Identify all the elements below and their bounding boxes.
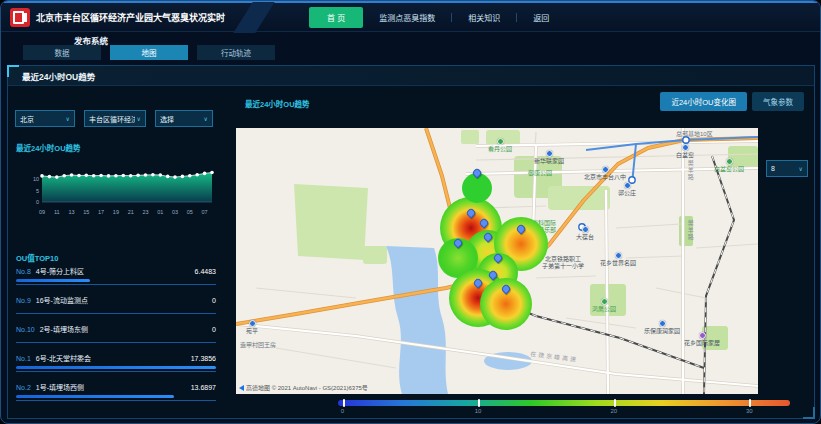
- nav-item-knowledge[interactable]: 相关知识: [452, 8, 516, 27]
- ou-trend-chart: 0510091113151719212301030507: [26, 162, 218, 222]
- svg-text:09: 09: [39, 209, 45, 215]
- svg-text:01: 01: [157, 209, 163, 215]
- map-label: 大葆台: [576, 226, 594, 241]
- list-divider: [16, 342, 216, 343]
- map-label: 鸿鹰公园: [592, 298, 616, 313]
- top-list-title: OU值TOP10: [16, 252, 58, 263]
- list-divider: [16, 400, 216, 401]
- colorbar-tick: [343, 399, 345, 407]
- park-icon: [497, 138, 504, 145]
- metro-station-icon: [602, 166, 609, 173]
- list-divider: [16, 371, 216, 372]
- svg-text:05: 05: [187, 209, 193, 215]
- map-label: 花乡国际家居: [684, 332, 720, 347]
- colorbar-label: 10: [475, 408, 482, 414]
- nav-item-back[interactable]: 返回: [517, 8, 565, 27]
- map-label: 北京铁路职工 子弟第十一小学: [542, 256, 584, 270]
- city-select[interactable]: 北京 ∨: [15, 110, 75, 127]
- metro-station-icon: [615, 252, 622, 259]
- top-bar: 北京市丰台区循环经济产业园大气恶臭状况实时 首 页 监测点恶臭指数 相关知识 返…: [1, 1, 820, 32]
- weather-params-button[interactable]: 气象参数: [752, 92, 804, 111]
- metro-station-icon: [546, 150, 553, 157]
- publish-tabs: 数据 地图 行动轨迹: [23, 45, 275, 60]
- list-item: No.916号-流动监测点0: [16, 295, 216, 324]
- progress-bar: [16, 395, 174, 398]
- nav-item-odor-index[interactable]: 监测点恶臭指数: [363, 8, 451, 27]
- list-item: No.21号-填埋场西侧13.6897: [16, 382, 216, 411]
- svg-text:13: 13: [69, 209, 75, 215]
- metro-station-icon: [682, 144, 689, 151]
- chevron-down-icon: ∨: [66, 115, 70, 122]
- tab-data[interactable]: 数据: [23, 45, 101, 60]
- panel-title: 最近24小时OU趋势: [8, 66, 814, 86]
- svg-text:03: 03: [172, 209, 178, 215]
- heatmap-layer: [236, 128, 758, 394]
- tab-map[interactable]: 地图: [110, 45, 188, 60]
- list-item: No.102号-填埋场东侧0: [16, 324, 216, 353]
- colorbar-tick: [614, 399, 616, 407]
- map-label: 御康公园: [528, 170, 552, 177]
- trend-panel: 最近24小时OU趋势 北京 ∨ 丰台区循环经济产 ∨ 选择 ∨ 最近24小时OU…: [7, 65, 815, 419]
- page-title: 北京市丰台区循环经济产业园大气恶臭状况实时: [36, 11, 225, 24]
- progress-bar: [16, 279, 90, 282]
- mall-icon: [699, 332, 706, 339]
- svg-text:5: 5: [36, 188, 39, 194]
- metro-station-icon: [659, 320, 666, 327]
- svg-text:15: 15: [83, 209, 89, 215]
- heat-colorbar: 0 10 20 30: [338, 400, 790, 418]
- chevron-down-icon: ∨: [799, 165, 803, 172]
- colorbar-label: 0: [341, 408, 344, 414]
- map-label: 总部基地10区: [676, 131, 713, 138]
- map-label: 宛平: [246, 320, 258, 335]
- svg-text:19: 19: [113, 209, 119, 215]
- map-label: 白盆窑: [676, 144, 694, 159]
- dashboard-screen: 北京市丰台区循环经济产业园大气恶臭状况实时 首 页 监测点恶臭指数 相关知识 返…: [0, 0, 821, 424]
- list-item: No.84号-筛分上料区6.4483: [16, 266, 216, 295]
- ou-change-chart-button[interactable]: 近24小时OU变化图: [660, 92, 747, 111]
- list-divider: [16, 284, 216, 285]
- main-nav: 首 页 监测点恶臭指数 相关知识 返回: [309, 7, 565, 28]
- ou-top-list: No.84号-筛分上料区6.4483 No.916号-流动监测点0 No.102…: [16, 266, 216, 411]
- svg-text:10: 10: [33, 176, 39, 182]
- hour-select[interactable]: 8 ∨: [766, 160, 808, 177]
- map-label: 新华联家园: [534, 150, 564, 165]
- svg-text:21: 21: [128, 209, 134, 215]
- svg-text:0: 0: [36, 199, 39, 205]
- site-select[interactable]: 选择 ∨: [155, 110, 213, 127]
- map-label: 樊羊路: [686, 160, 693, 181]
- map-section-label: 最近24小时OU趋势: [245, 98, 310, 109]
- colorbar-label: 30: [746, 408, 753, 414]
- amap-attribution: 高德地图 © 2021 AutoNavi - GS(2021)6375号: [239, 383, 368, 392]
- svg-text:23: 23: [142, 209, 148, 215]
- district-select[interactable]: 丰台区循环经济产 ∨: [84, 110, 146, 127]
- metro-station-icon: [582, 226, 589, 233]
- map-canvas[interactable]: 看丹公园总部基地10区新华联家园御康公园北京市丰台八中白盆窑白盆窑公园郭公庄樊羊…: [236, 128, 758, 394]
- map-buttons: 近24小时OU变化图 气象参数: [660, 92, 804, 111]
- map-label: 北京市丰台八中: [584, 166, 626, 181]
- app-logo-icon: [10, 8, 30, 27]
- svg-text:17: 17: [98, 209, 104, 215]
- svg-text:07: 07: [202, 209, 208, 215]
- amap-logo-icon: [239, 385, 244, 391]
- map-label: 造甲村回王房: [240, 342, 276, 349]
- map-label: 郭公庄: [618, 182, 636, 197]
- colorbar-tick: [749, 399, 751, 407]
- header-slash-decoration: [233, 2, 274, 33]
- trend-chart-label: 最近24小时OU趋势: [16, 142, 81, 153]
- list-item: No.16号-北天堂村委会17.3856: [16, 353, 216, 382]
- map-label: 白盆窑公园: [714, 158, 744, 173]
- nav-item-home[interactable]: 首 页: [309, 7, 363, 28]
- chevron-down-icon: ∨: [137, 115, 141, 122]
- map-label: 花乡世界名园: [600, 252, 636, 267]
- colorbar-label: 20: [610, 408, 617, 414]
- map-label: 看丹公园: [488, 138, 512, 153]
- metro-station-icon: [249, 320, 256, 327]
- colorbar-tick: [478, 399, 480, 407]
- filter-row: 北京 ∨ 丰台区循环经济产 ∨ 选择 ∨: [15, 110, 213, 127]
- metro-station-icon: [624, 182, 631, 189]
- list-divider: [16, 313, 216, 314]
- chevron-down-icon: ∨: [204, 115, 208, 122]
- map-label: 乐保康润家园: [644, 320, 680, 335]
- svg-text:11: 11: [54, 209, 60, 215]
- tab-track[interactable]: 行动轨迹: [197, 45, 275, 60]
